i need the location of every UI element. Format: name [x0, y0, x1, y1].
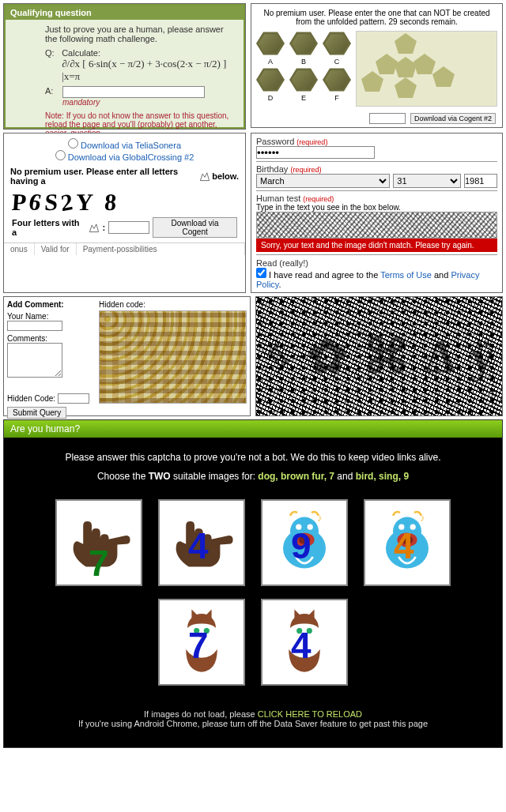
- human-test-hint: Type in the text you see in the box belo…: [256, 203, 497, 212]
- radio-globalcrossing[interactable]: Download via GlobalCrossing #2: [4, 150, 245, 162]
- birthday-month-select[interactable]: March: [256, 174, 390, 188]
- unfold-answer-input[interactable]: [369, 113, 406, 124]
- fox-captcha-panel: Download via TeliaSonera Download via Gl…: [3, 133, 246, 293]
- download-cogent-button[interactable]: Download via Cogent: [153, 217, 237, 238]
- qualifying-intro: Just to prove you are a human, please an…: [45, 24, 236, 43]
- signup-panel: Password (required) Birthday (required) …: [251, 133, 503, 293]
- q-text: Calculate:: [62, 48, 236, 58]
- qualifying-header: Qualifying question: [6, 6, 244, 20]
- hex-option-e[interactable]: [289, 67, 318, 92]
- noise-glyph-captcha: ᛃ ✿ ⌘ Δ ÿ: [255, 296, 503, 416]
- hex-option-c[interactable]: [323, 31, 351, 56]
- captcha-tile-bird-4[interactable]: ♪ 4: [364, 499, 451, 586]
- password-input[interactable]: [256, 146, 375, 159]
- distorted-text: P6S2Y 8: [3, 189, 246, 216]
- terms-link[interactable]: Terms of Use: [380, 270, 432, 280]
- a-label: A:: [45, 86, 56, 98]
- agree-checkbox[interactable]: I have read and agree to the Terms of Us…: [256, 270, 479, 289]
- add-comment-panel: Add Comment: Your Name: Comments: Hidden…: [3, 296, 251, 416]
- captcha-tile-bird-9[interactable]: ♪ 9: [261, 499, 348, 586]
- hex-option-b[interactable]: [289, 31, 318, 56]
- fox-answer-input[interactable]: [108, 221, 149, 234]
- captcha-noise-image: [256, 212, 497, 239]
- are-you-human-panel: Are you human? Please answer this captch…: [3, 419, 503, 748]
- hex-option-d[interactable]: [256, 67, 285, 92]
- captcha-tile-hand-4[interactable]: 4: [158, 499, 245, 586]
- comments-textarea[interactable]: [7, 343, 62, 378]
- captcha-tile-cat-7[interactable]: 7: [158, 599, 245, 686]
- qualifying-question-panel: Qualifying question Just to prove you ar…: [3, 3, 246, 130]
- birthday-year-input[interactable]: [464, 174, 497, 188]
- q-label: Q:: [45, 48, 55, 83]
- fox-icon: [199, 171, 210, 182]
- fox-icon: [89, 222, 100, 233]
- ayh-header: Are you human?: [4, 420, 502, 438]
- your-name-input[interactable]: [7, 321, 62, 331]
- captcha-tile-hand-7[interactable]: 7: [55, 499, 142, 586]
- unfolded-pattern: [356, 31, 497, 107]
- hex-option-a[interactable]: [256, 31, 285, 56]
- svg-text:♪: ♪: [317, 513, 322, 524]
- download-cogent2-button[interactable]: Download via Cogent #2: [410, 113, 496, 124]
- reload-link[interactable]: CLICK HERE TO RELOAD: [258, 709, 362, 719]
- hex-option-f[interactable]: [323, 67, 351, 92]
- hidden-code-input[interactable]: [58, 393, 89, 404]
- captcha-tile-cat-4[interactable]: 4: [261, 599, 348, 686]
- unfold-captcha-panel: No premium user. Please enter the one th…: [251, 3, 503, 128]
- birthday-day-select[interactable]: 31: [393, 174, 461, 188]
- table-header: onus Valid for Payment-possibilities: [4, 242, 245, 255]
- svg-text:♪: ♪: [420, 513, 425, 524]
- radio-teliasonera[interactable]: Download via TeliaSonera: [4, 138, 245, 150]
- answer-input[interactable]: [62, 86, 205, 98]
- captcha-error: Sorry, your text and the image didn't ma…: [256, 239, 497, 252]
- submit-query-button[interactable]: Submit Query: [7, 407, 66, 419]
- fox-instruction: No premium user. Please enter all letter…: [10, 167, 198, 186]
- unfold-prompt: No premium user. Please enter the one th…: [256, 9, 497, 26]
- mandatory-label: mandatory: [62, 98, 236, 107]
- stereogram-image: [99, 310, 247, 404]
- ayh-line2: Choose the TWO suitable images for: dog,…: [12, 471, 494, 482]
- ayh-line1: Please answer this captcha to prove you'…: [12, 452, 494, 463]
- math-expression: ∂/∂x [ 6·sin(x − π/2) + 3·cos(2·x − π/2)…: [62, 58, 236, 83]
